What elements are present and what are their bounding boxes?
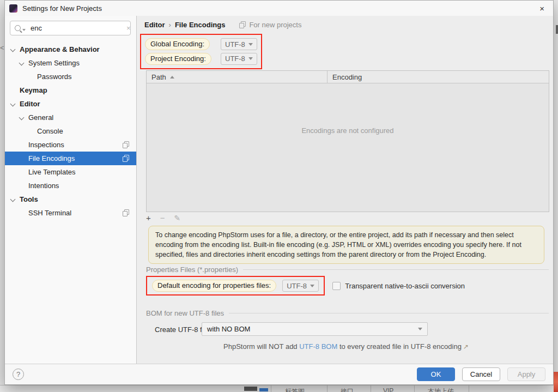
transparent-conversion-row: Transparent native-to-ascii conversion — [332, 282, 465, 290]
sidebar-item-ssh-terminal[interactable]: SSH Terminal — [5, 206, 136, 220]
transparent-conversion-checkbox[interactable] — [332, 282, 341, 290]
search-input[interactable] — [31, 24, 126, 32]
taskbar-separator — [469, 385, 469, 392]
settings-sidebar: × Appearance & BehaviorSystem SettingsPa… — [5, 16, 137, 364]
sidebar-tree: Appearance & BehaviorSystem SettingsPass… — [5, 43, 136, 220]
encoding-header-label: Encoding — [332, 73, 362, 81]
chevron-down-icon[interactable] — [19, 61, 25, 66]
sidebar-item-system-settings[interactable]: System Settings — [5, 56, 136, 70]
bom-note-prefix: PhpStorm will NOT add — [223, 342, 299, 351]
sidebar-item-passwords[interactable]: Passwords — [5, 70, 136, 83]
properties-section-label: Properties Files (*.properties) — [146, 266, 238, 274]
dialog-footer: ? OK Cancel Apply — [5, 364, 553, 384]
dialog-title: Settings for New Projects — [22, 4, 102, 13]
add-icon[interactable]: + — [146, 213, 151, 222]
table-empty-text: Encodings are not configured — [147, 126, 549, 135]
create-utf8-files-select[interactable]: with NO BOM — [202, 322, 428, 336]
chevron-down-icon[interactable] — [10, 197, 16, 202]
encodings-table: Path Encoding Encodings are not configur… — [146, 70, 549, 212]
create-utf8-files-value: with NO BOM — [207, 325, 250, 333]
sidebar-item-live-templates[interactable]: Live Templates — [5, 165, 136, 179]
global-encoding-label: Global Encoding: — [145, 38, 210, 50]
taskbar-label: 本地上传 — [428, 387, 454, 392]
sidebar-item-editor[interactable]: Editor — [5, 97, 136, 111]
clear-search-icon[interactable]: × — [126, 24, 131, 32]
close-icon[interactable]: × — [537, 3, 547, 14]
default-properties-encoding-label: Default encoding for properties files: — [152, 280, 276, 292]
global-encoding-row: Global Encoding: UTF-8 — [145, 38, 257, 50]
sidebar-item-keymap[interactable]: Keymap — [5, 83, 136, 97]
settings-content: Editor › File Encodings For new projects… — [137, 16, 553, 364]
default-properties-encoding-value: UTF-8 — [287, 282, 307, 290]
sidebar-item-intentions[interactable]: Intentions — [5, 179, 136, 192]
chevron-down-icon — [418, 328, 422, 330]
bom-section-title: BOM for new UTF-8 files — [146, 309, 549, 317]
sidebar-item-label: Keymap — [20, 86, 47, 94]
taskbar-separator — [271, 385, 271, 392]
search-icon — [15, 25, 21, 31]
cancel-button[interactable]: Cancel — [462, 367, 500, 381]
background-red-strip — [554, 372, 558, 392]
breadcrumb: Editor › File Encodings For new projects — [144, 21, 301, 29]
chevron-down-icon[interactable] — [19, 115, 25, 120]
properties-row: Default encoding for properties files: U… — [146, 276, 465, 295]
sidebar-item-tools[interactable]: Tools — [5, 192, 136, 206]
chevron-down-icon — [310, 285, 314, 287]
taskbar-label: VIP — [383, 387, 393, 392]
ok-button[interactable]: OK — [417, 367, 455, 381]
breadcrumb-separator: › — [169, 21, 171, 29]
taskbar-blue-fragment — [259, 388, 268, 391]
table-toolbar: + − ✎ — [146, 213, 180, 222]
default-properties-encoding-select[interactable]: UTF-8 — [282, 280, 319, 292]
encoding-info-box: To change encoding PhpStorm uses for a f… — [148, 226, 544, 264]
taskbar-separator — [327, 385, 327, 392]
phpstorm-app-icon — [9, 4, 17, 13]
project-encoding-label: Project Encoding: — [145, 53, 211, 65]
sidebar-item-label: Console — [37, 127, 63, 135]
properties-section-title: Properties Files (*.properties) — [146, 266, 549, 274]
column-header-encoding[interactable]: Encoding — [327, 71, 549, 83]
bom-section-label: BOM for new UTF-8 files — [146, 309, 224, 317]
path-header-label: Path — [151, 73, 166, 81]
edit-pencil-icon[interactable]: ✎ — [174, 214, 181, 222]
sidebar-item-general[interactable]: General — [5, 111, 136, 124]
sidebar-item-file-encodings[interactable]: File Encodings — [5, 152, 136, 165]
apply-button[interactable]: Apply — [507, 367, 545, 381]
copy-icon — [123, 155, 129, 162]
remove-icon[interactable]: − — [160, 213, 165, 222]
global-encoding-select[interactable]: UTF-8 — [221, 38, 257, 50]
chevron-down-icon — [248, 57, 253, 60]
breadcrumb-editor[interactable]: Editor — [144, 21, 165, 29]
search-options-caret-icon[interactable] — [22, 29, 26, 31]
utf8-bom-link[interactable]: UTF-8 BOM — [299, 342, 337, 351]
background-dark-sliver — [556, 25, 558, 34]
dialog-titlebar: Settings for New Projects × — [5, 1, 553, 16]
chevron-down-icon[interactable] — [10, 101, 16, 107]
copy-icon — [123, 141, 129, 148]
for-new-projects-badge: For new projects — [239, 21, 301, 29]
settings-search-box[interactable]: × — [10, 21, 131, 35]
copy-icon — [239, 21, 246, 28]
sort-ascending-icon — [170, 76, 174, 79]
background-chevron-left-icon: < — [0, 44, 4, 52]
sidebar-item-label: File Encodings — [28, 154, 75, 162]
column-header-path[interactable]: Path — [147, 71, 327, 83]
sidebar-item-console[interactable]: Console — [5, 124, 136, 138]
chevron-down-icon[interactable] — [10, 47, 16, 52]
project-encoding-value: UTF-8 — [225, 55, 245, 63]
sidebar-item-inspections[interactable]: Inspections — [5, 138, 136, 152]
encoding-highlight-box: Global Encoding: UTF-8 Project Encoding:… — [140, 34, 262, 69]
properties-highlight-box: Default encoding for properties files: U… — [146, 276, 325, 295]
project-encoding-row: Project Encoding: UTF-8 — [145, 53, 257, 65]
sidebar-item-appearance-behavior[interactable]: Appearance & Behavior — [5, 43, 136, 56]
project-encoding-select[interactable]: UTF-8 — [221, 53, 257, 65]
global-encoding-value: UTF-8 — [225, 40, 245, 49]
copy-icon — [123, 209, 129, 216]
taskbar-dark-fragment — [244, 387, 257, 391]
sidebar-item-label: Live Templates — [28, 168, 75, 176]
sidebar-item-label: Editor — [20, 100, 40, 108]
sidebar-item-label: Passwords — [37, 73, 72, 81]
taskbar-separator — [414, 385, 415, 392]
transparent-conversion-label: Transparent native-to-ascii conversion — [345, 282, 465, 290]
help-button[interactable]: ? — [13, 369, 24, 380]
